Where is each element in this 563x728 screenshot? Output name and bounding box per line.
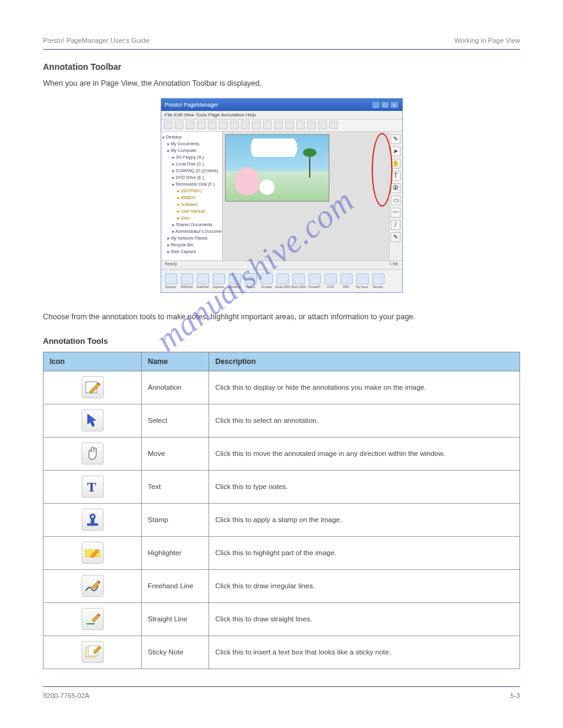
header-rule xyxy=(43,49,520,50)
tool-desc: Click this to draw straight lines. xyxy=(209,602,520,635)
window-controls: _□× xyxy=(372,101,399,108)
tool-desc: Click this to move the annotated image i… xyxy=(209,437,520,470)
annotation-toolbar: ✎➤✋T⦿▭〰/✎ xyxy=(389,132,402,260)
tool-icon-cell xyxy=(44,569,142,602)
table-row: HighlighterClick this to highlight part … xyxy=(44,536,520,569)
arrow-icon xyxy=(82,409,104,431)
tool-desc: Click this to display or hide the annota… xyxy=(209,371,520,404)
status-right: 1 file xyxy=(389,262,399,268)
freeline-icon xyxy=(82,575,104,597)
table-row: AnnotationClick this to display or hide … xyxy=(44,371,520,404)
footer-rule xyxy=(43,686,520,687)
menu-bar: File Edit View Tools Page Annotation Hel… xyxy=(161,111,402,119)
col-icon: Icon xyxy=(44,352,142,371)
tools-table: Icon Name Description AnnotationClick th… xyxy=(43,352,520,669)
header-product: Presto! PageManager User's Guide xyxy=(43,37,149,44)
application-bar: ExploreMSPaintNotePadExpressWordPadPhoto… xyxy=(161,269,402,292)
intro-text: When you are in Page View, the Annotatio… xyxy=(43,78,520,89)
table-row: Straight LineClick this to draw straight… xyxy=(44,602,520,635)
canvas-area xyxy=(223,132,389,260)
annotate-icon xyxy=(82,376,104,398)
footer-right: 5-3 xyxy=(510,692,520,699)
section-title: Annotation Toolbar xyxy=(43,62,520,72)
tool-desc: Click this to type notes. xyxy=(209,470,520,503)
hilite-icon xyxy=(82,542,104,564)
subsection-text: Choose from the annotation tools to make… xyxy=(43,311,520,323)
toolbar xyxy=(161,119,402,132)
tool-name: Select xyxy=(142,404,209,437)
stamp-icon xyxy=(82,509,104,531)
tool-icon-cell xyxy=(44,404,142,437)
tool-icon-cell xyxy=(44,635,142,669)
tool-icon-cell xyxy=(44,602,142,635)
app-screenshot: Presto! PageManager _□× File Edit View T… xyxy=(161,98,403,293)
svg-text:T: T xyxy=(87,479,96,495)
table-row: StampClick this to apply a stamp on the … xyxy=(44,503,520,536)
col-desc: Description xyxy=(209,352,520,371)
svg-point-5 xyxy=(91,515,94,518)
tool-icon-cell: T xyxy=(44,470,142,503)
sline-icon xyxy=(82,608,104,630)
tool-icon-cell xyxy=(44,503,142,536)
window-title: Presto! PageManager xyxy=(165,102,219,108)
sticky-icon xyxy=(82,641,104,663)
tool-name: Freehand Line xyxy=(142,569,209,602)
table-row: Sticky NoteClick this to insert a text b… xyxy=(44,635,520,669)
sample-image xyxy=(225,134,329,202)
subsection-title: Annotation Tools xyxy=(43,336,520,346)
table-row: SelectClick this to select an annotation… xyxy=(44,404,520,437)
table-row: MoveClick this to move the annotated ima… xyxy=(44,437,520,470)
tool-desc: Click this to draw irregular lines. xyxy=(209,569,520,602)
tool-name: Highlighter xyxy=(142,536,209,569)
tool-desc: Click this to apply a stamp on the image… xyxy=(209,503,520,536)
header-chapter: Working in Page View xyxy=(454,37,520,44)
text-icon: T xyxy=(82,476,104,498)
tool-icon-cell xyxy=(44,437,142,470)
table-row: Freehand LineClick this to draw irregula… xyxy=(44,569,520,602)
tool-desc: Click this to select an annotation. xyxy=(209,404,520,437)
tool-name: Annotation xyxy=(142,371,209,404)
tool-name: Stamp xyxy=(142,503,209,536)
folder-tree: ▸ Desktop▸ My Documents▸ My Computer▸ 3½… xyxy=(161,132,223,260)
tool-name: Text xyxy=(142,470,209,503)
status-left: Ready xyxy=(165,262,177,268)
tool-desc: Click this to insert a text box that loo… xyxy=(209,635,520,669)
footer-left: 9200-7765-02A xyxy=(43,692,90,699)
table-row: TTextClick this to type notes. xyxy=(44,470,520,503)
tool-desc: Click this to highlight part of the imag… xyxy=(209,536,520,569)
tool-icon-cell xyxy=(44,536,142,569)
tool-name: Straight Line xyxy=(142,602,209,635)
tool-name: Move xyxy=(142,437,209,470)
tool-icon-cell xyxy=(44,371,142,404)
col-name: Name xyxy=(142,352,209,371)
tool-name: Sticky Note xyxy=(142,635,209,669)
hand-icon xyxy=(82,442,104,464)
svg-rect-2 xyxy=(87,523,98,526)
